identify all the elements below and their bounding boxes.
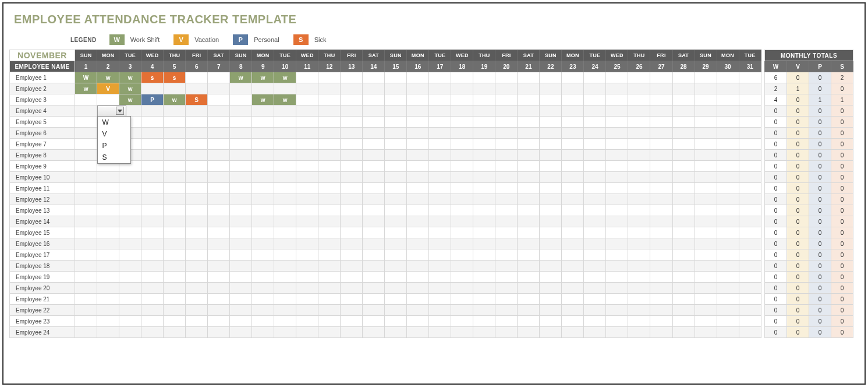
attendance-cell[interactable] [341,128,363,139]
attendance-cell[interactable] [672,205,695,216]
attendance-cell[interactable] [540,161,562,172]
employee-name-cell[interactable]: Employee 19 [10,272,75,283]
attendance-cell[interactable] [672,327,695,338]
attendance-cell[interactable] [473,283,495,294]
attendance-cell[interactable] [97,272,119,283]
attendance-cell[interactable] [584,183,606,194]
attendance-cell[interactable] [385,205,407,216]
attendance-cell[interactable] [495,172,518,183]
attendance-cell[interactable] [695,172,717,183]
attendance-cell[interactable] [97,305,119,316]
attendance-cell[interactable] [495,94,518,105]
attendance-cell[interactable] [562,117,584,128]
attendance-cell[interactable] [274,294,296,305]
attendance-cell[interactable] [341,183,363,194]
attendance-cell[interactable] [75,238,97,249]
attendance-cell[interactable] [451,139,473,150]
attendance-cell[interactable] [650,294,672,305]
attendance-cell[interactable] [341,327,363,338]
attendance-cell[interactable] [739,139,761,150]
attendance-cell[interactable] [318,94,341,105]
attendance-cell[interactable] [385,216,407,227]
attendance-cell[interactable] [186,249,208,261]
attendance-cell[interactable] [318,117,341,128]
attendance-cell[interactable] [97,205,119,216]
attendance-cell[interactable] [540,305,562,316]
attendance-cell[interactable] [164,205,186,216]
attendance-cell[interactable] [562,183,584,194]
attendance-cell[interactable] [717,249,739,261]
attendance-cell[interactable] [208,227,230,238]
employee-name-cell[interactable]: Employee 5 [10,117,75,128]
attendance-cell[interactable] [628,105,650,117]
attendance-cell[interactable] [429,327,451,338]
attendance-cell[interactable] [717,194,739,205]
attendance-cell[interactable] [363,72,385,83]
attendance-cell[interactable] [495,249,518,261]
attendance-cell[interactable] [672,238,695,249]
attendance-cell[interactable] [606,172,628,183]
attendance-cell[interactable] [363,261,385,272]
attendance-cell[interactable] [164,83,186,94]
attendance-cell[interactable] [650,72,672,83]
attendance-cell[interactable] [141,238,164,249]
employee-name-cell[interactable]: Employee 18 [10,261,75,272]
attendance-cell[interactable] [473,272,495,283]
attendance-cell[interactable] [650,139,672,150]
attendance-cell[interactable] [363,194,385,205]
attendance-cell[interactable] [562,94,584,105]
attendance-cell[interactable] [562,316,584,327]
attendance-cell[interactable] [164,305,186,316]
attendance-cell[interactable] [75,194,97,205]
attendance-cell[interactable] [540,261,562,272]
attendance-cell[interactable] [164,316,186,327]
attendance-cell[interactable] [650,161,672,172]
attendance-cell[interactable] [252,172,274,183]
attendance-cell[interactable] [584,272,606,283]
attendance-cell[interactable] [429,283,451,294]
attendance-cell[interactable] [208,305,230,316]
attendance-cell[interactable] [141,183,164,194]
attendance-cell[interactable] [717,150,739,161]
attendance-cell[interactable] [584,105,606,117]
attendance-cell[interactable] [695,94,717,105]
employee-name-cell[interactable]: Employee 10 [10,172,75,183]
attendance-cell[interactable] [562,194,584,205]
attendance-cell[interactable] [363,183,385,194]
employee-name-cell[interactable]: Employee 9 [10,161,75,172]
attendance-cell[interactable] [606,117,628,128]
attendance-cell[interactable] [274,161,296,172]
employee-name-cell[interactable]: Employee 3 [10,94,75,105]
attendance-cell[interactable] [562,283,584,294]
attendance-cell[interactable] [628,316,650,327]
attendance-cell[interactable] [252,139,274,150]
attendance-cell[interactable] [717,161,739,172]
attendance-cell[interactable] [230,172,252,183]
attendance-cell[interactable] [429,83,451,94]
attendance-cell[interactable]: P [141,94,164,105]
attendance-cell[interactable] [407,139,429,150]
attendance-cell[interactable] [252,327,274,338]
attendance-cell[interactable] [252,261,274,272]
attendance-cell[interactable] [672,128,695,139]
attendance-cell[interactable] [230,83,252,94]
attendance-cell[interactable] [407,249,429,261]
attendance-cell[interactable] [318,249,341,261]
attendance-cell[interactable] [739,294,761,305]
attendance-cell[interactable] [97,316,119,327]
attendance-cell[interactable] [495,105,518,117]
attendance-cell[interactable] [407,316,429,327]
attendance-cell[interactable] [672,94,695,105]
attendance-cell[interactable] [164,105,186,117]
attendance-cell[interactable]: w [230,72,252,83]
attendance-cell[interactable]: S [186,94,208,105]
attendance-cell[interactable] [164,183,186,194]
attendance-cell[interactable] [739,249,761,261]
attendance-cell[interactable]: s [164,72,186,83]
attendance-cell[interactable] [540,205,562,216]
attendance-cell[interactable] [540,283,562,294]
attendance-cell[interactable] [495,272,518,283]
attendance-cell[interactable] [695,128,717,139]
attendance-cell[interactable] [97,94,119,105]
attendance-cell[interactable] [230,94,252,105]
